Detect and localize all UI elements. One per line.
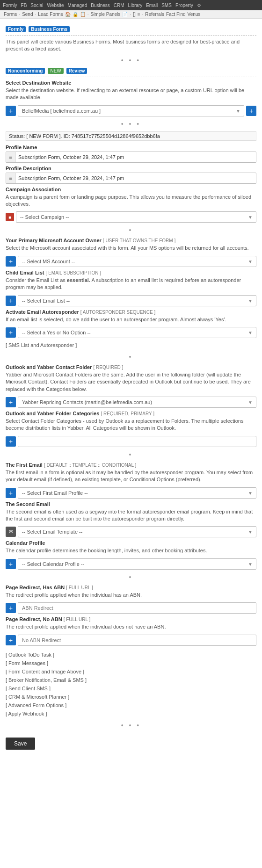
nav-item-property[interactable]: Property [175, 3, 193, 8]
nav-item-crm[interactable]: CRM [114, 3, 124, 8]
nav-item-email[interactable]: Email [146, 3, 158, 8]
divider-top [6, 35, 256, 36]
first-email-add-button[interactable]: + [6, 488, 16, 498]
bc-venus[interactable]: Venus [188, 12, 201, 17]
ms-account-row: + -- Select MS Account -- ▼ [6, 256, 256, 267]
nav-item-formly[interactable]: Formly [3, 3, 17, 8]
email-list-add-button[interactable]: + [6, 296, 16, 306]
bracket-item-5[interactable]: [ CRM & Microsoft Planner ] [6, 693, 256, 701]
bc-clipboard-icon: 📋 [80, 12, 86, 17]
destination-row: + BeliefMedia [ beliefmedia.com.au ] ▼ + [6, 105, 256, 116]
contact-folder-select-wrapper: Yabber Repricing Contacts (martin@belief… [18, 397, 256, 408]
dots-7: • • • [6, 722, 256, 729]
email-list-label: Child Email List [6, 270, 44, 275]
nav-item-website[interactable]: Website [47, 3, 64, 8]
redirect-no-abn-description: The redirect profile applied when the in… [6, 623, 256, 630]
bc-home-icon[interactable]: 🏠 [65, 12, 71, 17]
profile-name-input[interactable] [15, 152, 256, 162]
destination-select[interactable]: BeliefMedia [ beliefmedia.com.au ] [18, 105, 244, 116]
autoresponder-row: + -- Select a Yes or No Option -- ▼ [6, 327, 256, 338]
calendar-profile-select[interactable]: -- Select Calendar Profile -- [18, 558, 256, 570]
contact-folder-add-button[interactable]: + [6, 397, 16, 407]
campaign-select[interactable]: -- Select Campaign -- [16, 211, 256, 223]
page-header: Formly Business Forms [6, 26, 256, 32]
nav-item-business[interactable]: Business [91, 3, 110, 8]
email-list-description: Consider the Email List as essential. A … [6, 277, 256, 291]
first-email-title: The First Email [ DEFAULT :: TEMPLATE ::… [6, 462, 256, 468]
redirect-abn-add-button[interactable]: + [6, 603, 16, 613]
bc-fact-find[interactable]: Fact Find [166, 12, 186, 17]
first-email-select[interactable]: -- Select First Email Profile -- [18, 487, 256, 499]
nav-item-library[interactable]: Library [128, 3, 143, 8]
first-email-row: + -- Select First Email Profile -- ▼ [6, 487, 256, 499]
bc-bracket[interactable]: [] [133, 12, 136, 17]
bc-forms[interactable]: Forms [4, 12, 17, 17]
campaign-select-wrapper: -- Select Campaign -- ▼ [16, 211, 256, 223]
destination-add-button[interactable]: + [6, 106, 16, 116]
nav-item-social[interactable]: Social [30, 3, 43, 8]
bc-lead-forms[interactable]: Lead Forms [38, 12, 63, 17]
contact-folder-select[interactable]: Yabber Repricing Contacts (martin@belief… [18, 397, 256, 408]
nav-item-settings[interactable]: ⚙ [197, 3, 201, 8]
folder-categories-tag: [ REQUIRED, PRIMARY ] [101, 411, 154, 416]
nonconforming-header: Nonconforming NEW Review [6, 68, 256, 74]
sms-bracket[interactable]: [ SMS List and Autoresponder ] [6, 341, 256, 349]
bc-send[interactable]: Send [22, 12, 33, 17]
bracket-item-7[interactable]: [ Apply Webhook ] [6, 709, 256, 718]
bc-doc-icon: 📄 [122, 12, 128, 17]
second-email-select[interactable]: -- Select Email Template -- [18, 526, 256, 537]
redirect-no-abn-add-button[interactable]: + [6, 635, 16, 645]
profile-desc-input[interactable] [15, 174, 256, 183]
bc-referrals[interactable]: Referrals [145, 12, 164, 17]
redirect-abn-description: The redirect profile applied when the in… [6, 592, 256, 599]
destination-select-wrapper: BeliefMedia [ beliefmedia.com.au ] ▼ [18, 105, 244, 116]
formly-tag: Formly [6, 26, 26, 32]
dots-2: • • • [6, 120, 256, 128]
contact-folder-title: Outlook and Yabber Contact Folder [ REQU… [6, 364, 256, 370]
folder-categories-add-button[interactable]: + [6, 436, 16, 447]
ms-account-select[interactable]: -- Select MS Account -- [18, 256, 256, 267]
ms-account-add-button[interactable]: + [6, 256, 16, 267]
divider-2 [6, 77, 256, 77]
bc-list-icon[interactable]: ≡ [138, 12, 140, 17]
bc-simple-panels[interactable]: Simple Panels [90, 12, 120, 17]
email-list-select-wrapper: -- Select Email List -- ▼ [18, 295, 256, 306]
bracket-item-4[interactable]: [ Send Client SMS ] [6, 684, 256, 693]
autoresponder-title: Activate Email Autoresponder [ AUTORESPO… [6, 309, 256, 315]
campaign-red-icon[interactable]: ■ [6, 213, 14, 221]
bracket-item-3[interactable]: [ Broker Notification, Email & SMS ] [6, 676, 256, 684]
bracket-item-0[interactable]: [ Outlook ToDo Task ] [6, 651, 256, 659]
second-email-envelope-icon[interactable]: ✉ [6, 527, 16, 537]
dots-3: • [6, 226, 256, 234]
business-forms-tag: Business Forms [29, 26, 70, 32]
email-list-select[interactable]: -- Select Email List -- [18, 295, 256, 306]
ms-account-select-wrapper: -- Select MS Account -- ▼ [18, 256, 256, 267]
ms-account-title: Your Primary Microsoft Account Owner [ U… [6, 238, 256, 243]
status-bar: Status: [ NEW FORM ]. ID: 748517c7752550… [6, 131, 256, 141]
bracket-item-2[interactable]: [ Form Content and Image Above ] [6, 667, 256, 676]
nav-item-managed[interactable]: Managed [68, 3, 87, 8]
destination-plus-button[interactable]: + [246, 106, 256, 116]
redirect-abn-row: + [6, 602, 256, 614]
folder-categories-input[interactable] [18, 436, 256, 447]
redirect-abn-input[interactable] [18, 602, 256, 614]
autoresponder-add-button[interactable]: + [6, 327, 16, 338]
save-button[interactable]: Save [6, 738, 35, 750]
calendar-profile-title: Calendar Profile [6, 540, 256, 546]
bracket-item-1[interactable]: [ Form Messages ] [6, 659, 256, 667]
redirect-abn-title: Page Redirect, Has ABN [ FULL URL ] [6, 585, 256, 590]
second-email-description: The second email is often used as a segw… [6, 508, 256, 523]
dots-5: • [6, 451, 256, 458]
calendar-profile-add-button[interactable]: + [6, 559, 16, 569]
nav-item-fb[interactable]: FB [21, 3, 27, 8]
bc-lock-icon: 🔒 [73, 12, 78, 17]
bracket-item-6[interactable]: [ Advanced Form Options ] [6, 701, 256, 709]
profile-name-lines-icon: ≡ [6, 152, 15, 162]
autoresponder-select[interactable]: -- Select a Yes or No Option -- [18, 327, 256, 338]
intro-text: This panel will create various Business … [6, 38, 256, 53]
nav-bar: Formly FB Social Website Managed Busines… [0, 0, 262, 10]
nonconforming-tag: Nonconforming [6, 68, 45, 74]
nav-item-sms[interactable]: SMS [161, 3, 172, 8]
redirect-no-abn-input[interactable] [18, 635, 256, 646]
profile-desc-label: Profile Description [6, 166, 256, 171]
